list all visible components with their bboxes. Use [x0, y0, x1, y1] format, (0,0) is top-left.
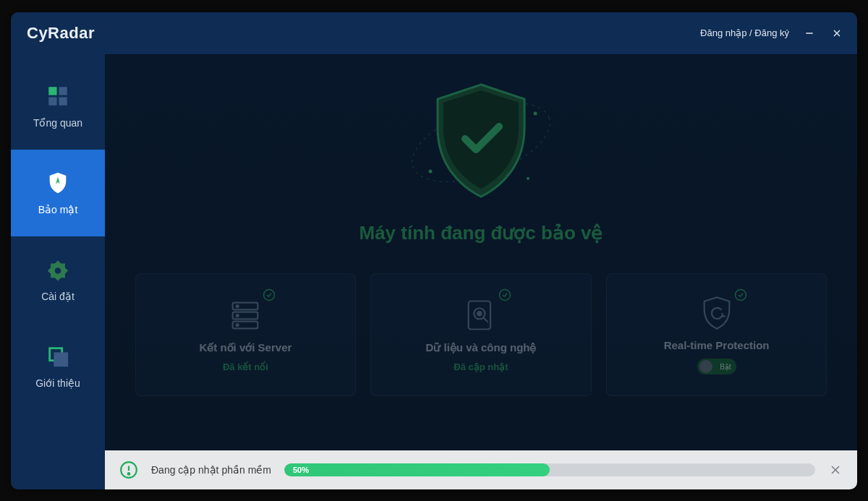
grid-icon: [46, 84, 70, 108]
card-status: Đã kết nối: [223, 361, 268, 372]
search-data-icon: [462, 296, 500, 334]
statusbar: Đang cập nhật phần mềm 50%: [105, 450, 857, 489]
realtime-toggle[interactable]: Bật: [697, 359, 736, 374]
svg-rect-6: [59, 97, 67, 105]
sidebar-item-label: Cài đặt: [41, 291, 75, 302]
progress-fill: 50%: [284, 463, 550, 476]
svg-point-22: [499, 289, 510, 300]
titlebar-actions: Đăng nhập / Đăng ký: [700, 26, 844, 40]
main-content: Máy tính đang được bảo vệ Kết nối với Se…: [105, 54, 857, 489]
svg-rect-5: [48, 97, 56, 105]
card-title: Dữ liệu và công nghệ: [425, 341, 536, 354]
gear-icon: [46, 257, 70, 282]
sidebar-item-overview[interactable]: Tổng quan: [11, 63, 105, 150]
card-title: Real-time Protection: [664, 339, 770, 351]
svg-point-30: [128, 473, 130, 475]
card-server-connection[interactable]: Kết nối với Server Đã kết nối: [135, 273, 357, 396]
card-status: Đã cập nhật: [454, 361, 508, 372]
shield-refresh-icon: [698, 294, 736, 332]
card-data-tech[interactable]: Dữ liệu và công nghệ Đã cập nhật: [370, 273, 592, 396]
auth-links[interactable]: Đăng nhập / Đăng ký: [700, 27, 789, 38]
minimize-button[interactable]: [802, 26, 817, 40]
svg-point-13: [534, 111, 537, 115]
sidebar-item-about[interactable]: Giới thiệu: [11, 323, 105, 410]
hero-shield-graphic: [401, 70, 561, 215]
svg-rect-10: [55, 353, 67, 365]
toggle-label: Bật: [720, 363, 731, 371]
app-logo: CyRadar: [27, 24, 95, 43]
signup-link[interactable]: Đăng ký: [754, 27, 789, 38]
svg-point-21: [237, 324, 239, 326]
svg-point-15: [264, 289, 275, 300]
server-icon: [226, 296, 264, 334]
check-icon: [263, 288, 276, 304]
shield-icon: [46, 171, 70, 195]
app-window: CyRadar Đăng nhập / Đăng ký: [11, 12, 857, 489]
status-cards: Kết nối với Server Đã kết nối Dữ liệu và…: [135, 273, 827, 396]
svg-point-8: [55, 267, 61, 274]
sidebar-item-security[interactable]: Bảo mật: [11, 150, 105, 236]
sidebar-item-settings[interactable]: Cài đặt: [11, 236, 105, 323]
toggle-knob: [699, 360, 712, 373]
update-progressbar: 50%: [284, 463, 815, 476]
status-message: Đang cập nhật phần mềm: [151, 464, 271, 476]
svg-point-27: [735, 289, 746, 300]
app-name: CyRadar: [27, 24, 95, 43]
svg-line-26: [483, 317, 488, 322]
check-icon: [734, 288, 747, 304]
sidebar-item-label: Giới thiệu: [35, 377, 80, 389]
svg-rect-4: [59, 87, 67, 95]
close-button[interactable]: [830, 26, 844, 40]
svg-point-12: [429, 169, 433, 173]
card-realtime-protection[interactable]: Real-time Protection Bật: [606, 273, 827, 396]
svg-point-19: [237, 305, 239, 307]
sidebar: Tổng quan Bảo mật Cài đặt Giới thiệu: [11, 54, 105, 489]
progress-label: 50%: [284, 466, 309, 474]
login-link[interactable]: Đăng nhập: [700, 27, 746, 38]
sidebar-item-label: Bảo mật: [38, 204, 78, 215]
svg-point-25: [477, 312, 481, 315]
copy-icon: [46, 344, 70, 369]
info-icon: [119, 461, 138, 479]
check-icon: [498, 288, 511, 304]
statusbar-close-button[interactable]: [828, 463, 843, 477]
card-title: Kết nối với Server: [199, 341, 292, 354]
svg-point-20: [237, 314, 239, 317]
svg-point-14: [527, 177, 529, 180]
titlebar: CyRadar Đăng nhập / Đăng ký: [11, 12, 857, 54]
sidebar-item-label: Tổng quan: [33, 117, 82, 129]
hero-title: Máy tính đang được bảo vệ: [359, 222, 603, 244]
svg-rect-3: [48, 87, 56, 95]
